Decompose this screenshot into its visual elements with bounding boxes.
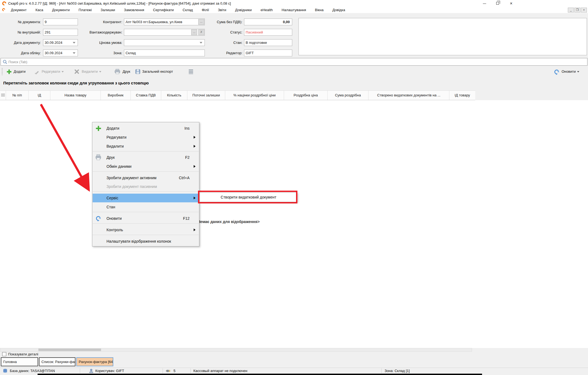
details-row: Показувати деталі [0, 352, 588, 357]
editor-field: GIFT [244, 50, 292, 56]
add-button[interactable]: Додати [14, 66, 26, 77]
menu-documents[interactable]: Документи [48, 7, 74, 13]
context-item-delete[interactable]: Видалити [93, 142, 199, 151]
tab-home[interactable]: Головна [1, 357, 38, 366]
horizontal-scrollbar[interactable] [0, 348, 472, 352]
doc-date-label: Дата документу: [3, 39, 41, 46]
column-header[interactable]: Створено видаткових документів на ... [368, 91, 449, 100]
grid-body[interactable]: <Немає даних для відображення> [0, 100, 588, 348]
close-icon: × [510, 1, 512, 6]
zone-label: Зона: [71, 50, 122, 56]
delete-button[interactable]: Видалити [82, 66, 101, 77]
column-header[interactable]: Сума роздрібна [328, 91, 368, 100]
menu-windows[interactable]: Вікна [311, 7, 327, 13]
context-item-make-passive: Зробити документ пасивним [93, 182, 199, 191]
print-icon [95, 154, 101, 160]
show-details-label: Показувати деталі [8, 352, 38, 357]
column-header[interactable]: Поточні залишки [187, 91, 225, 100]
status-cash-register: Кассовый аппарат не подключен [193, 368, 247, 374]
group-by-panel[interactable]: Перетягніть заголовок колонки сюди для у… [0, 77, 588, 90]
restore-button[interactable] [493, 1, 502, 6]
column-header[interactable]: Назва товару [50, 91, 101, 100]
refresh-dropdown-icon[interactable] [577, 71, 579, 72]
print-button[interactable]: Друк [123, 66, 130, 77]
column-header[interactable]: № п/п [6, 91, 29, 100]
show-details-checkbox[interactable] [2, 352, 6, 356]
menu-help[interactable]: Довідка [328, 7, 349, 13]
edit-button[interactable]: Редагувати [42, 66, 64, 77]
bottom-edge-strip [38, 374, 482, 375]
notes-box[interactable] [298, 18, 587, 55]
menu-ehealth[interactable]: eHealth [257, 7, 277, 13]
scrollbar-thumb[interactable] [38, 349, 101, 351]
close-button[interactable]: × [507, 1, 515, 6]
menu-certificates[interactable]: Сертифікати [149, 7, 178, 13]
export-button[interactable]: Загальний експорт [142, 66, 173, 77]
menu-settings[interactable]: Налаштування [278, 7, 310, 13]
columns-icon [188, 69, 193, 74]
delete-dropdown-icon[interactable] [99, 71, 101, 72]
document-form: № документа: 9 № внутрішній: 291 Дата до… [0, 13, 588, 58]
restore-icon [496, 2, 499, 5]
price-condition-label: Цінова умова: [71, 39, 122, 46]
state-field: В подготовке [244, 39, 292, 46]
document-icon [2, 8, 6, 12]
context-item-edit[interactable]: Редагувати [93, 133, 199, 142]
mdi-restore-button[interactable]: ❐ [574, 8, 580, 13]
context-item-make-active[interactable]: Зробити документ активнимCtrl+A [93, 173, 199, 182]
status-user: Користувач: GIFT [95, 368, 124, 374]
column-header[interactable]: % націнки роздрібної ціни [225, 91, 284, 100]
tab-invoice-list[interactable]: Список: Рахунки-фак .. [39, 357, 75, 366]
search-bar[interactable] [1, 58, 587, 66]
column-header[interactable]: Кількість [161, 91, 187, 100]
context-item-add[interactable]: ДодатиIns [93, 124, 199, 133]
context-item-print[interactable]: ДрукF2 [93, 153, 199, 162]
context-item-control[interactable]: Контроль [93, 225, 199, 234]
tab-invoice-document[interactable]: Рахунок-фактура [64 .. [76, 357, 113, 366]
minimize-button[interactable] [480, 1, 489, 6]
column-header[interactable]: ІД [29, 91, 50, 100]
search-icon [3, 60, 7, 64]
column-header[interactable]: Виробник [101, 91, 131, 100]
column-header[interactable]: Роздрібна ціна [284, 91, 328, 100]
menu-document[interactable]: Документ [7, 7, 31, 13]
sum-no-vat-label: Сума без ПДВ): [191, 19, 242, 25]
toolbar: Додати Редагувати Видалити Друк Загальни… [0, 66, 588, 77]
print-icon [114, 69, 120, 74]
row-indicator-cell [0, 91, 6, 100]
internal-number-label: № внутрішній: [3, 29, 41, 36]
column-header[interactable]: Ставка ПДВ [131, 91, 161, 100]
menu-reports[interactable]: Звіти [214, 7, 230, 13]
context-item-configure-columns[interactable]: Налаштувати відображення колонок [93, 237, 199, 246]
menu-stocks[interactable]: Залишки [97, 7, 119, 13]
state-label: Стан: [191, 39, 242, 46]
status-bar: База даних: TASA3@TITAN Користувач: GIFT… [0, 368, 588, 374]
group-by-hint: Перетягніть заголовок колонки сюди для у… [3, 81, 149, 85]
menu-items: Документ Каса Документи Платежі Залишки … [7, 7, 349, 13]
mdi-minimize-button[interactable]: _ [568, 8, 574, 13]
app-window: Скарб pro v. 4.0.2.77 [ІД: 969] - [Апт №… [0, 0, 588, 375]
submenu-arrow-icon [194, 165, 196, 168]
toolbar-grip[interactable] [2, 68, 3, 75]
edit-dropdown-icon[interactable] [62, 71, 64, 72]
export-disk-icon [135, 69, 141, 74]
menu-warehouse[interactable]: Склад [179, 7, 197, 13]
context-item-service[interactable]: Сервіс [93, 194, 199, 202]
context-item-state[interactable]: Стан [93, 203, 199, 211]
context-item-refresh[interactable]: ОновитиF12 [93, 214, 199, 223]
add-icon [6, 69, 12, 74]
menu-branches[interactable]: Філії [198, 7, 213, 13]
menu-payments[interactable]: Платежі [75, 7, 96, 13]
menu-orders[interactable]: Замовлення [120, 7, 148, 13]
refresh-icon [554, 69, 560, 75]
mdi-close-button[interactable]: × [581, 8, 587, 13]
user-icon [89, 369, 93, 373]
menu-kasa[interactable]: Каса [32, 7, 47, 13]
grid-grip-icon [1, 94, 5, 97]
editor-label: Редактор: [191, 50, 242, 56]
context-item-data-exchange[interactable]: Обмін даними [93, 162, 199, 171]
menu-directories[interactable]: Довідники [231, 7, 255, 13]
search-input[interactable] [8, 59, 553, 65]
column-header[interactable]: ІД товару [449, 91, 475, 100]
refresh-button[interactable]: Оновити [562, 66, 579, 77]
